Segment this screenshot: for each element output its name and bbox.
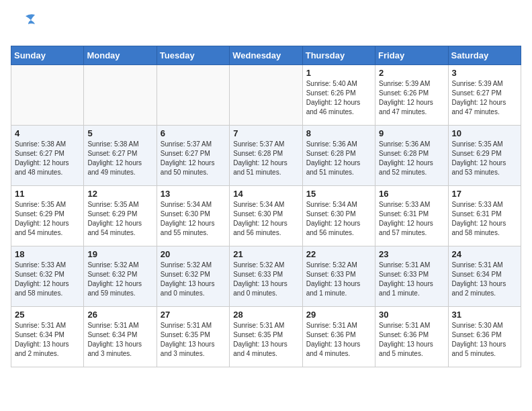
day-detail: Sunrise: 5:39 AMSunset: 6:27 PMDaylight:… [452,79,517,117]
calendar-cell [157,65,229,126]
calendar-cell: 5Sunrise: 5:38 AMSunset: 6:27 PMDaylight… [84,126,157,186]
day-number: 12 [87,189,152,199]
day-number: 26 [87,310,152,320]
day-number: 17 [452,189,517,199]
calendar-cell [84,65,157,126]
calendar-cell: 4Sunrise: 5:38 AMSunset: 6:27 PMDaylight… [11,126,84,186]
calendar-cell: 27Sunrise: 5:31 AMSunset: 6:35 PMDayligh… [157,307,229,367]
day-detail: Sunrise: 5:31 AMSunset: 6:35 PMDaylight:… [233,321,298,359]
calendar-cell: 16Sunrise: 5:33 AMSunset: 6:31 PMDayligh… [375,186,448,246]
day-detail: Sunrise: 5:32 AMSunset: 6:33 PMDaylight:… [233,261,298,298]
calendar-cell: 31Sunrise: 5:30 AMSunset: 6:36 PMDayligh… [448,307,521,367]
calendar-cell: 22Sunrise: 5:32 AMSunset: 6:33 PMDayligh… [302,246,375,307]
header-wednesday: Wednesday [230,46,302,65]
day-detail: Sunrise: 5:39 AMSunset: 6:26 PMDaylight:… [379,79,444,117]
header-tuesday: Tuesday [157,46,229,65]
calendar-cell [230,65,302,126]
calendar-cell: 18Sunrise: 5:33 AMSunset: 6:32 PMDayligh… [11,246,84,307]
calendar-week-1: 1Sunrise: 5:40 AMSunset: 6:26 PMDaylight… [11,65,521,126]
calendar-cell: 24Sunrise: 5:31 AMSunset: 6:34 PMDayligh… [448,246,521,307]
day-detail: Sunrise: 5:35 AMSunset: 6:29 PMDaylight:… [15,200,80,238]
day-number: 27 [161,310,226,320]
header-friday: Friday [375,46,448,65]
calendar-cell: 8Sunrise: 5:36 AMSunset: 6:28 PMDaylight… [302,126,375,186]
day-detail: Sunrise: 5:30 AMSunset: 6:36 PMDaylight:… [452,321,517,359]
calendar-cell: 1Sunrise: 5:40 AMSunset: 6:26 PMDaylight… [302,65,375,126]
day-detail: Sunrise: 5:31 AMSunset: 6:34 PMDaylight:… [87,321,152,359]
calendar-cell: 11Sunrise: 5:35 AMSunset: 6:29 PMDayligh… [11,186,84,246]
calendar-cell: 25Sunrise: 5:31 AMSunset: 6:34 PMDayligh… [11,307,84,367]
day-number: 30 [379,310,444,320]
day-detail: Sunrise: 5:37 AMSunset: 6:27 PMDaylight:… [161,140,226,177]
header-sunday: Sunday [11,46,84,65]
day-number: 29 [306,310,371,320]
calendar-table: SundayMondayTuesdayWednesdayThursdayFrid… [11,46,521,367]
day-detail: Sunrise: 5:36 AMSunset: 6:28 PMDaylight:… [379,140,444,177]
day-detail: Sunrise: 5:31 AMSunset: 6:33 PMDaylight:… [379,261,444,298]
calendar-cell: 30Sunrise: 5:31 AMSunset: 6:36 PMDayligh… [375,307,448,367]
page-header [11,11,521,40]
day-detail: Sunrise: 5:31 AMSunset: 6:36 PMDaylight:… [306,321,371,359]
day-detail: Sunrise: 5:32 AMSunset: 6:33 PMDaylight:… [306,261,371,298]
day-detail: Sunrise: 5:35 AMSunset: 6:29 PMDaylight:… [452,140,517,177]
day-detail: Sunrise: 5:31 AMSunset: 6:35 PMDaylight:… [161,321,226,359]
calendar-cell: 28Sunrise: 5:31 AMSunset: 6:35 PMDayligh… [230,307,302,367]
calendar-week-3: 11Sunrise: 5:35 AMSunset: 6:29 PMDayligh… [11,186,521,246]
calendar-cell: 6Sunrise: 5:37 AMSunset: 6:27 PMDaylight… [157,126,229,186]
day-number: 25 [15,310,80,320]
day-number: 19 [87,249,152,259]
day-detail: Sunrise: 5:38 AMSunset: 6:27 PMDaylight:… [87,140,152,177]
day-number: 5 [87,128,152,138]
calendar-cell: 21Sunrise: 5:32 AMSunset: 6:33 PMDayligh… [230,246,302,307]
header-monday: Monday [84,46,157,65]
calendar-cell: 19Sunrise: 5:32 AMSunset: 6:32 PMDayligh… [84,246,157,307]
day-detail: Sunrise: 5:40 AMSunset: 6:26 PMDaylight:… [306,79,371,117]
calendar-cell: 7Sunrise: 5:37 AMSunset: 6:28 PMDaylight… [230,126,302,186]
day-number: 15 [306,189,371,199]
day-detail: Sunrise: 5:36 AMSunset: 6:28 PMDaylight:… [306,140,371,177]
day-detail: Sunrise: 5:32 AMSunset: 6:32 PMDaylight:… [161,261,226,298]
day-detail: Sunrise: 5:34 AMSunset: 6:30 PMDaylight:… [306,200,371,238]
calendar-header-row: SundayMondayTuesdayWednesdayThursdayFrid… [11,46,521,65]
calendar-cell: 14Sunrise: 5:34 AMSunset: 6:30 PMDayligh… [230,186,302,246]
calendar-cell: 17Sunrise: 5:33 AMSunset: 6:31 PMDayligh… [448,186,521,246]
day-detail: Sunrise: 5:31 AMSunset: 6:36 PMDaylight:… [379,321,444,359]
calendar-cell: 10Sunrise: 5:35 AMSunset: 6:29 PMDayligh… [448,126,521,186]
day-number: 28 [233,310,298,320]
day-number: 13 [161,189,226,199]
day-detail: Sunrise: 5:34 AMSunset: 6:30 PMDaylight:… [161,200,226,238]
calendar-cell: 26Sunrise: 5:31 AMSunset: 6:34 PMDayligh… [84,307,157,367]
calendar-week-5: 25Sunrise: 5:31 AMSunset: 6:34 PMDayligh… [11,307,521,367]
header-saturday: Saturday [448,46,521,65]
calendar-week-4: 18Sunrise: 5:33 AMSunset: 6:32 PMDayligh… [11,246,521,307]
day-detail: Sunrise: 5:37 AMSunset: 6:28 PMDaylight:… [233,140,298,177]
day-detail: Sunrise: 5:31 AMSunset: 6:34 PMDaylight:… [452,261,517,298]
day-detail: Sunrise: 5:33 AMSunset: 6:32 PMDaylight:… [15,261,80,298]
day-detail: Sunrise: 5:34 AMSunset: 6:30 PMDaylight:… [233,200,298,238]
day-detail: Sunrise: 5:38 AMSunset: 6:27 PMDaylight:… [15,140,80,177]
calendar-cell: 3Sunrise: 5:39 AMSunset: 6:27 PMDaylight… [448,65,521,126]
day-number: 3 [452,68,517,78]
day-number: 14 [233,189,298,199]
calendar-cell: 20Sunrise: 5:32 AMSunset: 6:32 PMDayligh… [157,246,229,307]
header-thursday: Thursday [302,46,375,65]
day-number: 31 [452,310,517,320]
day-number: 10 [452,128,517,138]
calendar-cell: 23Sunrise: 5:31 AMSunset: 6:33 PMDayligh… [375,246,448,307]
calendar-week-2: 4Sunrise: 5:38 AMSunset: 6:27 PMDaylight… [11,126,521,186]
day-number: 16 [379,189,444,199]
calendar-cell: 15Sunrise: 5:34 AMSunset: 6:30 PMDayligh… [302,186,375,246]
day-number: 4 [15,128,80,138]
day-number: 20 [161,249,226,259]
logo-icon [11,11,40,40]
calendar-cell: 9Sunrise: 5:36 AMSunset: 6:28 PMDaylight… [375,126,448,186]
calendar-cell [11,65,84,126]
day-number: 6 [161,128,226,138]
day-detail: Sunrise: 5:32 AMSunset: 6:32 PMDaylight:… [87,261,152,298]
day-number: 22 [306,249,371,259]
day-number: 7 [233,128,298,138]
day-number: 1 [306,68,371,78]
day-detail: Sunrise: 5:35 AMSunset: 6:29 PMDaylight:… [87,200,152,238]
day-number: 21 [233,249,298,259]
calendar-cell: 29Sunrise: 5:31 AMSunset: 6:36 PMDayligh… [302,307,375,367]
